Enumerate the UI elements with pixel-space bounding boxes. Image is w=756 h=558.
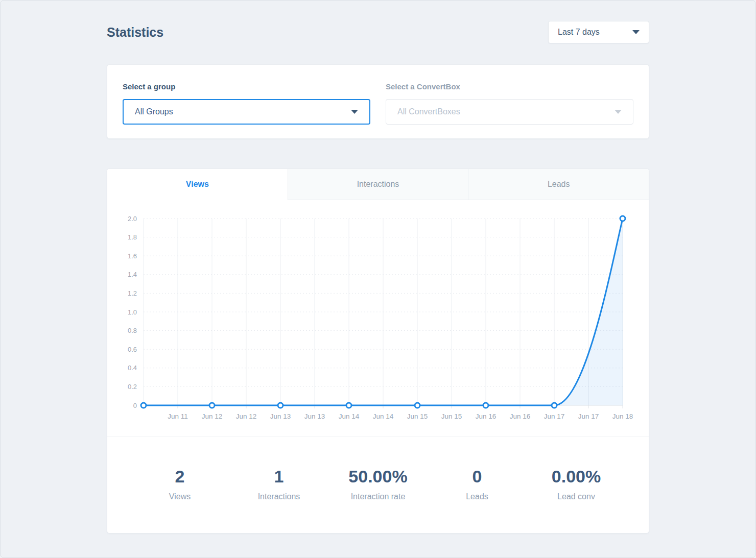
y-tick-label: 0 bbox=[133, 402, 137, 409]
x-tick-label: Jun 17 bbox=[578, 413, 599, 420]
stat-interaction-rate: 50.00% Interaction rate bbox=[328, 467, 428, 501]
data-point-marker[interactable] bbox=[278, 403, 283, 408]
group-select-label: Select a group bbox=[123, 82, 370, 91]
stats-row: 2 Views 1 Interactions 50.00% Interactio… bbox=[107, 436, 649, 501]
x-tick-label: Jun 14 bbox=[339, 413, 360, 420]
stat-value: 1 bbox=[229, 467, 328, 486]
chevron-down-icon bbox=[351, 110, 358, 114]
x-tick-label: Jun 16 bbox=[476, 413, 497, 420]
y-tick-label: 1.6 bbox=[128, 252, 137, 260]
page-header: Statistics Last 7 days bbox=[107, 20, 649, 44]
page-title: Statistics bbox=[107, 25, 163, 40]
x-tick-label: Jun 18 bbox=[612, 413, 633, 420]
date-range-value: Last 7 days bbox=[558, 28, 600, 37]
y-tick-label: 2.0 bbox=[128, 215, 137, 223]
stat-label: Leads bbox=[428, 492, 527, 501]
stat-lead-conv: 0.00% Lead conv bbox=[527, 467, 626, 501]
stat-label: Interaction rate bbox=[328, 492, 428, 501]
y-tick-label: 1.4 bbox=[128, 271, 137, 278]
stat-value: 50.00% bbox=[328, 467, 428, 486]
filters-card: Select a group All Groups Select a Conve… bbox=[107, 64, 649, 139]
x-tick-label: Jun 12 bbox=[202, 413, 223, 420]
group-select[interactable]: All Groups bbox=[123, 99, 370, 125]
chart-area: 00.20.40.60.81.01.21.41.61.82.0Jun 11Jun… bbox=[107, 200, 649, 430]
stat-value: 0.00% bbox=[527, 467, 626, 486]
stat-views: 2 Views bbox=[130, 467, 229, 501]
x-tick-label: Jun 13 bbox=[270, 413, 291, 420]
convertbox-select: All ConvertBoxes bbox=[386, 99, 633, 125]
y-tick-label: 1.2 bbox=[128, 289, 137, 297]
tab-interactions[interactable]: Interactions bbox=[288, 169, 468, 200]
stat-value: 0 bbox=[428, 467, 527, 486]
stat-label: Lead conv bbox=[527, 492, 626, 501]
x-tick-label: Jun 16 bbox=[510, 413, 531, 420]
x-tick-label: Jun 12 bbox=[236, 413, 257, 420]
y-tick-label: 1.8 bbox=[128, 233, 137, 241]
x-tick-label: Jun 15 bbox=[407, 413, 428, 420]
stat-interactions: 1 Interactions bbox=[229, 467, 328, 501]
stat-label: Interactions bbox=[229, 492, 328, 501]
y-tick-label: 0.4 bbox=[128, 364, 137, 372]
convertbox-select-label: Select a ConvertBox bbox=[386, 82, 633, 91]
statistics-page: Statistics Last 7 days Select a group Al… bbox=[107, 20, 649, 533]
data-point-marker[interactable] bbox=[620, 216, 625, 221]
stat-leads: 0 Leads bbox=[428, 467, 527, 501]
data-point-marker[interactable] bbox=[346, 403, 351, 408]
data-point-marker[interactable] bbox=[552, 403, 557, 408]
views-chart-svg[interactable]: 00.20.40.60.81.01.21.41.61.82.0Jun 11Jun… bbox=[107, 205, 649, 429]
y-tick-label: 0.8 bbox=[128, 327, 137, 334]
group-select-value: All Groups bbox=[135, 107, 173, 116]
x-tick-label: Jun 17 bbox=[544, 413, 565, 420]
x-tick-label: Jun 15 bbox=[441, 413, 462, 420]
y-tick-label: 0.2 bbox=[128, 383, 137, 391]
chevron-down-icon bbox=[632, 30, 640, 34]
data-point-marker[interactable] bbox=[209, 403, 215, 408]
x-tick-label: Jun 13 bbox=[304, 413, 325, 420]
x-tick-label: Jun 11 bbox=[168, 413, 188, 420]
group-filter: Select a group All Groups bbox=[123, 82, 370, 138]
data-point-marker[interactable] bbox=[141, 403, 146, 408]
data-point-marker[interactable] bbox=[415, 403, 420, 408]
chevron-down-icon bbox=[615, 110, 622, 114]
convertbox-select-value: All ConvertBoxes bbox=[397, 107, 460, 116]
stat-label: Views bbox=[130, 492, 229, 501]
tab-views[interactable]: Views bbox=[107, 169, 288, 200]
stat-value: 2 bbox=[130, 467, 229, 486]
x-tick-label: Jun 14 bbox=[373, 413, 394, 420]
date-range-select[interactable]: Last 7 days bbox=[548, 21, 649, 43]
statistics-card: Views Interactions Leads 00.20.40.60.81.… bbox=[107, 168, 649, 533]
y-tick-label: 1.0 bbox=[128, 308, 137, 316]
data-point-marker[interactable] bbox=[483, 403, 488, 408]
chart-tabs: Views Interactions Leads bbox=[107, 169, 649, 200]
y-tick-label: 0.6 bbox=[128, 346, 137, 353]
tab-leads[interactable]: Leads bbox=[468, 169, 649, 200]
convertbox-filter: Select a ConvertBox All ConvertBoxes bbox=[386, 82, 633, 138]
